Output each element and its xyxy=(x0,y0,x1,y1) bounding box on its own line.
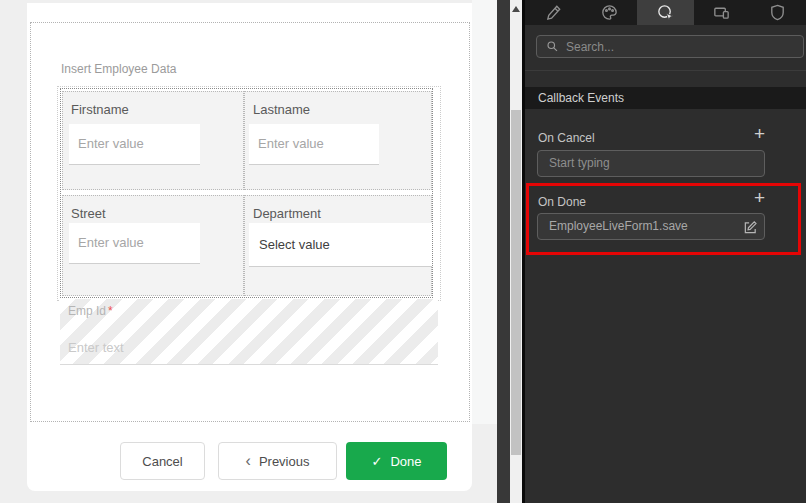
empid-field-striped[interactable]: Emp Id* Enter text xyxy=(60,299,438,365)
field-cell-street[interactable]: Street Enter value xyxy=(62,195,244,296)
page-outline[interactable]: Insert Employee Data Firstname Enter val… xyxy=(30,22,470,422)
edit-icon xyxy=(743,220,758,235)
field-cell-firstname[interactable]: Firstname Enter value xyxy=(62,91,244,190)
on-cancel-label: On Cancel xyxy=(538,131,595,145)
on-cancel-input[interactable]: Start typing xyxy=(537,150,765,177)
search-placeholder: Search... xyxy=(566,40,614,54)
events-cursor-icon xyxy=(656,3,675,22)
app-window: Insert Employee Data Firstname Enter val… xyxy=(0,0,806,503)
required-asterisk: * xyxy=(108,304,113,318)
add-on-cancel-icon[interactable]: + xyxy=(754,124,765,143)
page-card: Insert Employee Data Firstname Enter val… xyxy=(27,3,472,424)
empid-input[interactable]: Enter text xyxy=(68,340,124,355)
department-select[interactable]: Select value xyxy=(249,223,432,267)
field-label: Firstname xyxy=(71,102,129,117)
callback-events-header: Callback Events xyxy=(525,87,806,109)
on-done-input[interactable]: EmployeeLiveForm1.save xyxy=(537,213,765,240)
tab-general[interactable] xyxy=(525,0,581,25)
scrollbar-up-arrow-icon[interactable] xyxy=(512,6,520,12)
design-canvas: Insert Employee Data Firstname Enter val… xyxy=(0,0,497,503)
chevron-left-icon: ‹ xyxy=(246,453,251,469)
field-label: Lastname xyxy=(253,102,310,117)
form-footer: Cancel ‹ Previous ✓ Done xyxy=(27,424,472,491)
field-cell-department[interactable]: Department Select value xyxy=(244,195,432,296)
search-icon xyxy=(546,40,559,53)
lastname-input[interactable]: Enter value xyxy=(249,124,379,165)
field-label: Street xyxy=(71,206,106,221)
tab-security[interactable] xyxy=(750,0,806,25)
form-widget[interactable]: Firstname Enter value Lastname Enter val… xyxy=(60,88,433,298)
palette-icon xyxy=(600,3,619,22)
canvas-scrollbar[interactable] xyxy=(510,0,522,503)
previous-button[interactable]: ‹ Previous xyxy=(218,442,337,480)
tab-events[interactable] xyxy=(637,0,693,25)
page-title: Insert Employee Data xyxy=(61,62,176,76)
tab-style[interactable] xyxy=(581,0,637,25)
edit-action-button[interactable] xyxy=(741,218,759,236)
tab-responsive[interactable] xyxy=(694,0,750,25)
panel-search-input[interactable]: Search... xyxy=(536,35,804,58)
empid-label: Emp Id* xyxy=(68,304,113,318)
on-done-row: On Done + xyxy=(538,192,765,208)
panel-divider xyxy=(525,70,806,71)
on-cancel-row: On Cancel + xyxy=(538,128,765,144)
pen-icon xyxy=(544,3,563,22)
firstname-input[interactable]: Enter value xyxy=(69,124,200,165)
scrollbar-thumb[interactable] xyxy=(511,110,521,455)
street-input[interactable]: Enter value xyxy=(69,223,200,264)
properties-panel: Search... Callback Events On Cancel + St… xyxy=(522,0,806,503)
cancel-button[interactable]: Cancel xyxy=(120,442,205,480)
devices-icon xyxy=(712,3,731,22)
done-button[interactable]: ✓ Done xyxy=(346,442,447,480)
shield-icon xyxy=(768,3,787,22)
add-on-done-icon[interactable]: + xyxy=(754,188,765,207)
panel-resizer-strip[interactable] xyxy=(497,0,510,503)
panel-tab-bar xyxy=(525,0,806,25)
field-label: Department xyxy=(253,206,321,221)
field-cell-lastname[interactable]: Lastname Enter value xyxy=(244,91,432,190)
check-icon: ✓ xyxy=(372,454,383,469)
on-done-label: On Done xyxy=(538,195,586,209)
canvas-right-gutter xyxy=(472,0,497,424)
